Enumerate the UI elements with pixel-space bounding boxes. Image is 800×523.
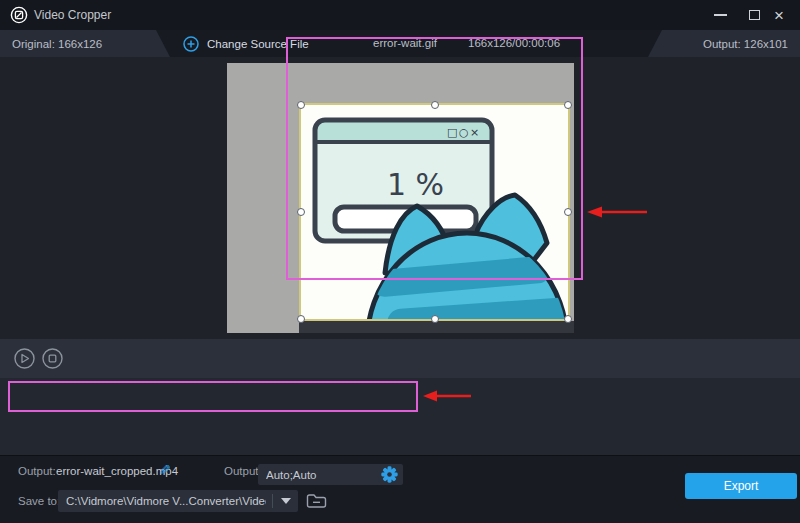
minimize-button[interactable] [706, 0, 734, 30]
save-path-field[interactable] [58, 490, 272, 512]
output-label: Output: [18, 465, 56, 477]
stop-button[interactable] [42, 348, 63, 369]
gear-icon[interactable] [381, 466, 398, 483]
original-size-tab: Original: 166x126 [0, 30, 170, 57]
close-icon: × [774, 7, 784, 24]
original-size-label: Original: 166x126 [12, 38, 102, 50]
crop-row-arrow-annotation-icon [423, 389, 473, 403]
export-button-label: Export [724, 479, 759, 493]
save-path-control [58, 490, 298, 512]
output-section: Output: error-wait_cropped.mp4 ✎ Output:… [0, 455, 800, 523]
plus-icon [183, 36, 199, 52]
maximize-button[interactable] [740, 0, 768, 30]
crop-arrow-annotation-icon [587, 205, 649, 219]
vidmore-logo-icon [10, 6, 28, 24]
crop-handle[interactable] [431, 315, 439, 323]
player-bar: 00:00:00.00/00:00:06.05 [0, 339, 800, 378]
minimize-icon [714, 14, 727, 16]
folder-icon[interactable] [306, 493, 327, 509]
maximize-icon [749, 10, 760, 20]
output-size-label: Output: 126x101 [703, 38, 788, 50]
window-title: Video Cropper [34, 8, 111, 22]
output-format-label: Output: [224, 465, 262, 477]
crop-handle[interactable] [297, 315, 305, 323]
export-button[interactable]: Export [685, 473, 797, 499]
crop-dim-overlay [299, 321, 574, 333]
play-button[interactable] [14, 348, 35, 369]
close-button[interactable]: × [765, 0, 793, 30]
title-bar: Video Cropper × [0, 0, 800, 30]
chevron-down-icon [281, 498, 291, 504]
save-path-dropdown-button[interactable] [272, 494, 298, 508]
edit-pencil-icon[interactable]: ✎ [159, 462, 171, 478]
crop-row-annotation-box [8, 381, 418, 412]
save-to-label: Save to: [18, 495, 60, 507]
video-cropper-window: Video Cropper × Original: 166x126 Change… [0, 0, 800, 523]
output-size-tab: Output: 126x101 [648, 30, 800, 57]
crop-handle[interactable] [564, 315, 572, 323]
crop-annotation-box [286, 37, 583, 280]
